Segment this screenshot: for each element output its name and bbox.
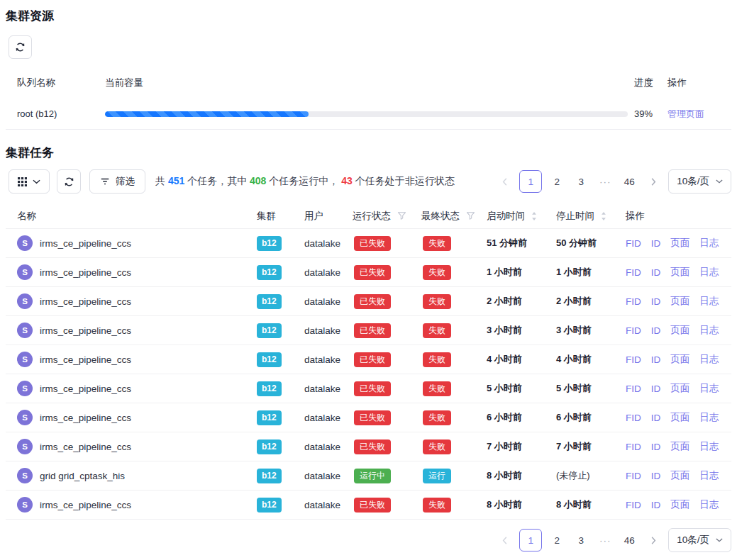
task-row[interactable]: S irms_ce_pipeline_ccs b12 datalake 已失败 … xyxy=(6,316,731,345)
fid-link[interactable]: FID xyxy=(626,296,641,307)
id-link[interactable]: ID xyxy=(651,413,661,423)
task-run-status-cell: 已失败 xyxy=(347,410,416,425)
resources-refresh-button[interactable] xyxy=(9,35,32,59)
log-link[interactable]: 日志 xyxy=(699,469,719,482)
run-status-badge: 已失败 xyxy=(354,498,391,513)
id-link[interactable]: ID xyxy=(651,354,661,365)
id-link[interactable]: ID xyxy=(651,500,661,510)
page-size-select[interactable]: 10条/页 xyxy=(668,528,731,552)
id-link[interactable]: ID xyxy=(651,442,661,452)
page-link[interactable]: 页面 xyxy=(670,237,689,250)
page-link[interactable]: 页面 xyxy=(670,440,689,453)
page-link[interactable]: 页面 xyxy=(670,266,689,279)
page-link[interactable]: 页面 xyxy=(670,498,689,511)
page-link[interactable]: 页面 xyxy=(670,382,689,395)
task-start-time-cell: 3 小时前 xyxy=(481,324,550,337)
task-stop-time-cell: 7 小时前 xyxy=(550,440,620,453)
task-row[interactable]: S irms_ce_pipeline_ccs b12 datalake 已失败 … xyxy=(6,229,731,258)
filter-funnel-icon[interactable] xyxy=(466,211,475,220)
pagination-page-2[interactable]: 2 xyxy=(548,529,566,551)
task-row[interactable]: S irms_ce_pipeline_ccs b12 datalake 已失败 … xyxy=(6,258,731,287)
page-link[interactable]: 页面 xyxy=(670,469,689,482)
pagination-ellipsis[interactable]: ··· xyxy=(596,170,614,193)
column-header-label: 停止时间 xyxy=(556,210,594,223)
task-final-status-cell: 运行 xyxy=(416,469,481,483)
sort-carets-icon[interactable] xyxy=(531,211,537,221)
pagination-next[interactable] xyxy=(644,170,663,193)
log-link[interactable]: 日志 xyxy=(699,353,719,366)
task-row[interactable]: S irms_ce_pipeline_ccs b12 datalake 已失败 … xyxy=(6,345,731,374)
fid-link[interactable]: FID xyxy=(626,471,641,481)
log-link[interactable]: 日志 xyxy=(699,237,719,250)
fid-link[interactable]: FID xyxy=(626,238,641,249)
task-row[interactable]: S irms_ce_pipeline_ccs b12 datalake 已失败 … xyxy=(6,403,731,432)
task-row[interactable]: S irms_ce_pipeline_ccs b12 datalake 已失败 … xyxy=(6,491,731,520)
resources-table: 队列名称 当前容量 进度 操作 root (b12) 39% 管理页面 xyxy=(6,67,731,130)
task-row[interactable]: S irms_ce_pipeline_ccs b12 datalake 已失败 … xyxy=(6,287,731,316)
task-name-cell: S irms_ce_pipeline_ccs xyxy=(6,497,251,513)
start-time: 6 小时前 xyxy=(487,411,522,424)
log-link[interactable]: 日志 xyxy=(699,411,719,424)
page-link[interactable]: 页面 xyxy=(670,353,689,366)
log-link[interactable]: 日志 xyxy=(699,324,719,337)
task-name: irms_ce_pipeline_ccs xyxy=(40,383,131,394)
log-link[interactable]: 日志 xyxy=(699,498,719,511)
fid-link[interactable]: FID xyxy=(626,354,641,365)
task-row[interactable]: S grid grid_cptask_his b12 datalake 运行中 … xyxy=(6,461,731,491)
id-link[interactable]: ID xyxy=(651,238,661,249)
log-link[interactable]: 日志 xyxy=(699,440,719,453)
column-header-run-status[interactable]: 运行状态 xyxy=(347,210,416,223)
page-size-select[interactable]: 10条/页 xyxy=(668,169,731,194)
id-link[interactable]: ID xyxy=(651,471,661,481)
column-header-start-time[interactable]: 启动时间 xyxy=(481,210,550,223)
run-status-badge: 已失败 xyxy=(354,265,391,280)
pagination-prev[interactable] xyxy=(495,529,514,551)
page-link[interactable]: 页面 xyxy=(670,324,689,337)
layout-grid-dropdown-button[interactable] xyxy=(9,169,50,194)
fid-link[interactable]: FID xyxy=(626,413,641,423)
pagination-page-46[interactable]: 46 xyxy=(620,529,638,551)
task-stop-time-cell: 50 分钟前 xyxy=(550,237,620,250)
page-link[interactable]: 页面 xyxy=(670,295,689,308)
filter-button[interactable]: 筛选 xyxy=(89,169,145,194)
page-link[interactable]: 页面 xyxy=(670,411,689,424)
pagination-prev[interactable] xyxy=(495,170,514,193)
pagination-page-1[interactable]: 1 xyxy=(519,170,542,193)
task-cluster-cell: b12 xyxy=(251,381,299,396)
fid-link[interactable]: FID xyxy=(626,383,641,394)
pagination-page-1[interactable]: 1 xyxy=(519,529,542,551)
task-row[interactable]: S irms_ce_pipeline_ccs b12 datalake 已失败 … xyxy=(6,374,731,403)
cluster-badge: b12 xyxy=(257,294,282,309)
pagination-next[interactable] xyxy=(644,529,663,551)
log-link[interactable]: 日志 xyxy=(699,295,719,308)
id-link[interactable]: ID xyxy=(651,325,661,336)
column-header-stop-time[interactable]: 停止时间 xyxy=(550,210,620,223)
id-link[interactable]: ID xyxy=(651,296,661,307)
task-final-status-cell: 失败 xyxy=(416,410,481,425)
fid-link[interactable]: FID xyxy=(626,442,641,452)
task-cluster-cell: b12 xyxy=(251,236,299,251)
fid-link[interactable]: FID xyxy=(626,267,641,278)
log-link[interactable]: 日志 xyxy=(699,382,719,395)
tasks-refresh-button[interactable] xyxy=(57,169,81,194)
task-stop-time-cell: 2 小时前 xyxy=(550,295,620,308)
log-link[interactable]: 日志 xyxy=(699,266,719,279)
fid-link[interactable]: FID xyxy=(626,500,641,510)
fid-link[interactable]: FID xyxy=(626,325,641,336)
pagination-page-3[interactable]: 3 xyxy=(572,170,590,193)
pagination-page-3[interactable]: 3 xyxy=(572,529,590,551)
id-link[interactable]: ID xyxy=(651,383,661,394)
pagination-ellipsis[interactable]: ··· xyxy=(596,529,614,551)
filter-funnel-icon[interactable] xyxy=(397,211,406,220)
task-row[interactable]: S irms_ce_pipeline_ccs b12 datalake 已失败 … xyxy=(6,432,731,461)
queue-capacity-cell xyxy=(105,111,628,117)
refresh-icon xyxy=(15,42,26,52)
manage-page-link[interactable]: 管理页面 xyxy=(667,108,704,119)
task-avatar: S xyxy=(17,264,33,280)
id-link[interactable]: ID xyxy=(651,267,661,278)
column-header-final-status[interactable]: 最终状态 xyxy=(416,210,481,223)
page-size-label: 10条/页 xyxy=(677,175,709,188)
pagination-page-2[interactable]: 2 xyxy=(548,170,566,193)
sort-carets-icon[interactable] xyxy=(601,211,606,221)
pagination-page-46[interactable]: 46 xyxy=(620,170,638,193)
